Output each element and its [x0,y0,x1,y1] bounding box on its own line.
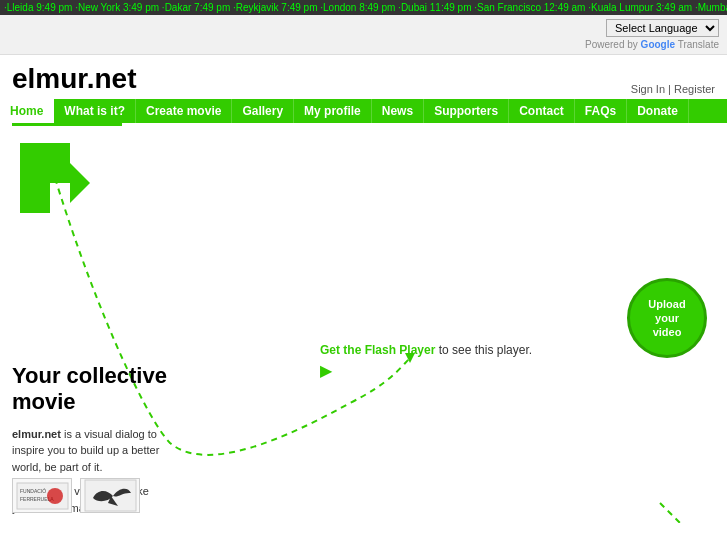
bottom-logos: FUNDACIÓ FERRERUELA [12,478,140,513]
translate-text: Translate [678,39,719,50]
nav-contact[interactable]: Contact [509,99,575,123]
flash-player-link[interactable]: Get the Flash Player [320,343,435,357]
auth-links: Sign In | Register [631,83,715,95]
upload-video-button[interactable]: Upload your video [627,278,707,358]
nav-create-movie[interactable]: Create movie [136,99,232,123]
auth-separator: | [665,83,674,95]
flash-suffix: to see this player. [435,343,532,357]
svg-marker-1 [20,183,50,213]
nav-supporters[interactable]: Supporters [424,99,509,123]
site-name-bold: elmur.net [12,428,61,440]
nav-donate[interactable]: Donate [627,99,689,123]
flash-player-message: Get the Flash Player to see this player.… [320,343,532,380]
nav-my-profile[interactable]: My profile [294,99,372,123]
bird-logo [80,478,140,513]
main-content: Get the Flash Player to see this player.… [0,123,727,523]
language-select[interactable]: Select Language [606,19,719,37]
svg-point-7 [47,488,63,504]
nav-faqs[interactable]: FAQs [575,99,627,123]
desc-paragraph-1: elmur.net is a visual dialog to inspire … [12,426,172,476]
translate-bar: Select Language Powered by Google Transl… [0,15,727,55]
register-link[interactable]: Register [674,83,715,95]
ticker-bar: ·Lleida 9:49 pm ·New York 3:49 pm ·Dakar… [0,0,727,15]
powered-by-text: Powered by [585,39,638,50]
svg-text:FUNDACIÓ: FUNDACIÓ [20,488,46,494]
nav-news[interactable]: News [372,99,424,123]
logo-underline [12,123,122,126]
nav-home[interactable]: Home [0,99,54,123]
site-logo[interactable]: elmur.net [12,63,136,95]
arrow-logo [10,133,100,223]
sign-in-link[interactable]: Sign In [631,83,665,95]
header: elmur.net Sign In | Register [0,55,727,99]
google-brand: Google [641,39,675,50]
nav-gallery[interactable]: Gallery [232,99,294,123]
nav-what-is-it[interactable]: What is it? [54,99,136,123]
upload-label: Upload your video [648,297,685,340]
flash-play-button[interactable]: ▶ [320,361,532,380]
tagline: Your collective movie [12,363,172,416]
ticker-text: ·Lleida 9:49 pm ·New York 3:49 pm ·Dakar… [4,2,727,13]
navbar: Home What is it? Create movie Gallery My… [0,99,727,123]
fundacio-logo: FUNDACIÓ FERRERUELA [12,478,72,513]
